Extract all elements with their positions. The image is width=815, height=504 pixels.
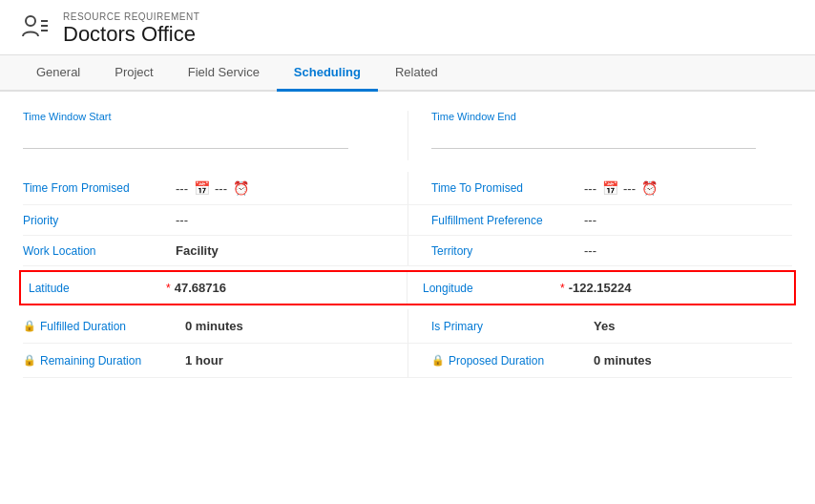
time-window-end-section: Time Window End bbox=[408, 111, 792, 160]
is-primary-value: Yes bbox=[594, 319, 615, 333]
latitude-label: Latitude bbox=[29, 282, 162, 295]
header-text-block: RESOURCE REQUIREMENT Doctors Office bbox=[63, 11, 199, 47]
longitude-value: -122.15224 bbox=[569, 281, 632, 295]
calendar-icon-to[interactable]: 📅 bbox=[601, 179, 618, 197]
time-from-value: --- 📅 --- ⏰ bbox=[176, 179, 249, 197]
proposed-duration-cell: 🔒 Proposed Duration 0 minutes bbox=[408, 344, 792, 377]
header-title: Doctors Office bbox=[63, 22, 199, 47]
time-window-start-section: Time Window Start bbox=[23, 111, 408, 160]
work-location-value: Facility bbox=[176, 243, 219, 258]
proposed-duration-value: 0 minutes bbox=[594, 353, 652, 368]
nav-tabs: General Project Field Service Scheduling… bbox=[0, 55, 815, 92]
is-primary-label: Is Primary bbox=[431, 320, 594, 333]
latitude-required-star: * bbox=[166, 282, 171, 295]
tab-project[interactable]: Project bbox=[97, 55, 170, 92]
time-from-dash1: --- bbox=[176, 181, 188, 196]
priority-row: Priority --- Fulfillment Preference --- bbox=[23, 205, 792, 236]
territory-label: Territory bbox=[431, 244, 584, 258]
page-header: RESOURCE REQUIREMENT Doctors Office bbox=[0, 0, 815, 55]
work-location-cell: Work Location Facility bbox=[23, 236, 408, 265]
work-location-row: Work Location Facility Territory --- bbox=[23, 236, 792, 266]
longitude-required-star: * bbox=[560, 282, 565, 295]
priority-cell: Priority --- bbox=[23, 205, 408, 235]
tab-scheduling[interactable]: Scheduling bbox=[277, 55, 378, 92]
time-window-start-input[interactable] bbox=[23, 126, 348, 149]
remaining-duration-cell: 🔒 Remaining Duration 1 hour bbox=[23, 344, 408, 377]
clock-icon-to[interactable]: ⏰ bbox=[640, 179, 658, 197]
header-subtitle: RESOURCE REQUIREMENT bbox=[63, 11, 199, 22]
fulfillment-preference-value: --- bbox=[584, 213, 596, 227]
remaining-duration-value: 1 hour bbox=[185, 353, 223, 368]
remaining-duration-label: 🔒 Remaining Duration bbox=[23, 354, 185, 368]
fulfillment-preference-label: Fulfillment Preference bbox=[431, 214, 584, 227]
remaining-row: 🔒 Remaining Duration 1 hour 🔒 Proposed D… bbox=[23, 344, 792, 378]
priority-value: --- bbox=[176, 213, 188, 227]
tab-field-service[interactable]: Field Service bbox=[171, 55, 277, 92]
longitude-cell: Longitude * -122.15224 bbox=[408, 272, 794, 304]
time-window-start-label: Time Window Start bbox=[23, 111, 385, 122]
svg-point-0 bbox=[26, 16, 35, 26]
time-to-dash1: --- bbox=[584, 181, 596, 196]
proposed-duration-label: 🔒 Proposed Duration bbox=[431, 354, 594, 368]
time-promised-row: Time From Promised --- 📅 --- ⏰ Time To P… bbox=[23, 172, 792, 205]
calendar-icon-from[interactable]: 📅 bbox=[193, 179, 210, 197]
time-from-cell: Time From Promised --- 📅 --- ⏰ bbox=[23, 172, 408, 204]
longitude-label: Longitude bbox=[423, 282, 556, 295]
tab-related[interactable]: Related bbox=[378, 55, 455, 92]
clock-icon-from[interactable]: ⏰ bbox=[232, 179, 249, 197]
fulfilled-duration-label: 🔒 Fulfilled Duration bbox=[23, 320, 185, 333]
time-window-end-label: Time Window End bbox=[431, 111, 792, 122]
time-to-cell: Time To Promised --- 📅 --- ⏰ bbox=[408, 172, 792, 204]
fulfilled-row: 🔒 Fulfilled Duration 0 minutes Is Primar… bbox=[23, 309, 792, 344]
time-window-end-input[interactable] bbox=[431, 126, 756, 149]
lat-lon-highlight-box: Latitude * 47.68716 Longitude * -122.152… bbox=[19, 270, 796, 305]
tab-general[interactable]: General bbox=[19, 55, 97, 92]
resource-requirement-icon bbox=[19, 11, 50, 47]
territory-value: --- bbox=[584, 243, 596, 258]
territory-cell: Territory --- bbox=[408, 236, 792, 265]
is-primary-cell: Is Primary Yes bbox=[408, 309, 792, 343]
latitude-value: 47.68716 bbox=[175, 281, 226, 295]
form-content: Time Window Start Time Window End Time F… bbox=[0, 92, 815, 397]
time-to-label: Time To Promised bbox=[431, 181, 584, 195]
fulfillment-cell: Fulfillment Preference --- bbox=[408, 205, 792, 235]
time-to-dash2: --- bbox=[623, 181, 636, 196]
lat-lon-row: Latitude * 47.68716 Longitude * -122.152… bbox=[21, 272, 794, 304]
priority-label: Priority bbox=[23, 214, 176, 227]
work-location-label: Work Location bbox=[23, 244, 176, 258]
time-to-value: --- 📅 --- ⏰ bbox=[584, 179, 658, 197]
latitude-cell: Latitude * 47.68716 bbox=[21, 272, 408, 304]
time-from-label: Time From Promised bbox=[23, 181, 176, 195]
fulfilled-duration-value: 0 minutes bbox=[185, 319, 243, 333]
time-from-dash2: --- bbox=[215, 181, 227, 196]
fulfilled-duration-cell: 🔒 Fulfilled Duration 0 minutes bbox=[23, 309, 408, 343]
